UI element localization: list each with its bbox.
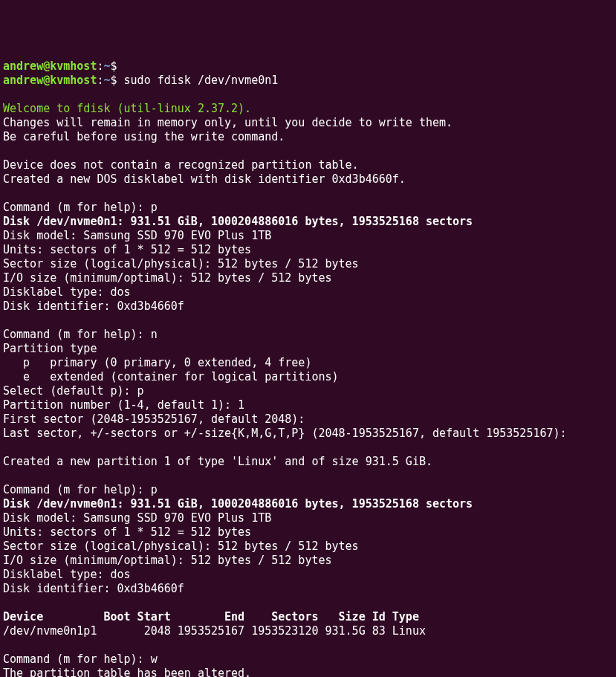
last-sector: Last sector, +/-sectors or +/-size{K,M,G…	[3, 427, 613, 441]
command-text: sudo fdisk /dev/nvme0n1	[124, 74, 279, 87]
fdisk-command-n: Command (m for help): n	[3, 328, 613, 342]
first-sector: First sector (2048-1953525167, default 2…	[3, 412, 613, 427]
disk-identifier-2: Disk identifier: 0xd3b4660f	[3, 582, 613, 596]
disk-header-2: Disk /dev/nvme0n1: 931.51 GiB, 100020488…	[3, 497, 613, 511]
partition-type-extended: e extended (container for logical partit…	[3, 370, 613, 384]
disklabel-type: Disklabel type: dos	[3, 285, 613, 299]
partition-type-primary: p primary (0 primary, 0 extended, 4 free…	[3, 356, 613, 370]
fdisk-command-w: Command (m for help): w	[3, 652, 613, 667]
prompt-line-1: andrew@kvmhost:~$	[3, 59, 613, 74]
partition-table-row: /dev/nvme0n1p1 2048 1953525167 195352312…	[3, 624, 613, 638]
sector-size: Sector size (logical/physical): 512 byte…	[3, 257, 613, 271]
prompt-dollar: $	[111, 59, 117, 73]
intro-line-1: Changes will remain in memory only, unti…	[3, 116, 613, 130]
prompt-line-2: andrew@kvmhost:~$ sudo fdisk /dev/nvme0n…	[3, 74, 613, 88]
prompt-host: kvmhost	[50, 59, 97, 73]
altered-text: The partition table has been altered.	[3, 667, 613, 677]
disk-identifier: Disk identifier: 0xd3b4660f	[3, 299, 613, 314]
partition-table-header: Device Boot Start End Sectors Size Id Ty…	[3, 610, 613, 624]
welcome-text: Welcome to fdisk (util-linux 2.37.2).	[3, 102, 613, 116]
fdisk-command-p2: Command (m for help): p	[3, 483, 613, 497]
select-default: Select (default p): p	[3, 384, 613, 398]
prompt-path: ~	[103, 59, 110, 73]
disklabel-type-2: Disklabel type: dos	[3, 568, 613, 582]
created-partition: Created a new partition 1 of type 'Linux…	[3, 455, 613, 469]
partition-number: Partition number (1-4, default 1): 1	[3, 398, 613, 412]
fdisk-command-p1: Command (m for help): p	[3, 201, 613, 215]
prompt-user: andrew	[3, 59, 43, 73]
disk-model: Disk model: Samsung SSD 970 EVO Plus 1TB	[3, 229, 613, 243]
prompt-at: @	[43, 59, 50, 73]
warn-line-2: Created a new DOS disklabel with disk id…	[3, 172, 613, 187]
warn-line-1: Device does not contain a recognized par…	[3, 158, 613, 172]
disk-model-2: Disk model: Samsung SSD 970 EVO Plus 1TB	[3, 511, 613, 525]
intro-line-2: Be careful before using the write comman…	[3, 130, 613, 144]
disk-header: Disk /dev/nvme0n1: 931.51 GiB, 100020488…	[3, 215, 613, 229]
io-size: I/O size (minimum/optimal): 512 bytes / …	[3, 271, 613, 285]
io-size-2: I/O size (minimum/optimal): 512 bytes / …	[3, 554, 613, 568]
sector-size-2: Sector size (logical/physical): 512 byte…	[3, 540, 613, 554]
partition-type-header: Partition type	[3, 342, 613, 356]
terminal-output[interactable]: andrew@kvmhost:~$andrew@kvmhost:~$ sudo …	[3, 59, 613, 677]
disk-units: Units: sectors of 1 * 512 = 512 bytes	[3, 243, 613, 257]
disk-units-2: Units: sectors of 1 * 512 = 512 bytes	[3, 525, 613, 540]
